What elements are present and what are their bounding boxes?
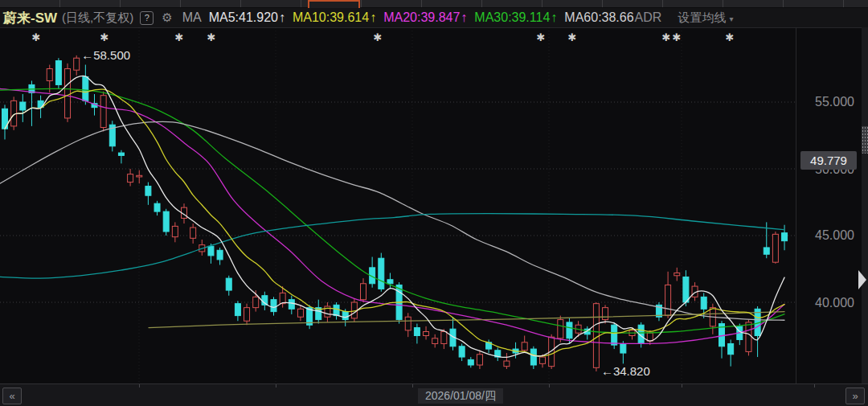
date-axis-tick	[412, 384, 413, 388]
event-marker-icon: ✱	[374, 31, 383, 43]
stock-chart-app: 蔚来-SW (日线,不复权) ? ⚙ MA MA5:41.920↑ MA10:3…	[0, 0, 868, 406]
up-arrow-icon: ↑	[551, 10, 557, 24]
ma20-readout: MA20:39.847↑	[383, 10, 467, 25]
event-marker-icon: ✱	[32, 31, 41, 43]
price-annotation: ←34.820	[601, 364, 650, 378]
help-icon[interactable]: ?	[140, 11, 154, 25]
tab-strip[interactable]	[0, 0, 868, 8]
event-marker-icon: ✱	[175, 31, 184, 43]
ma30-readout: MA30:39.114↑	[474, 10, 557, 25]
chart-header: 蔚来-SW (日线,不复权) ? ⚙ MA MA5:41.920↑ MA10:3…	[0, 8, 868, 28]
expand-right-icon[interactable]	[858, 270, 866, 289]
date-axis-tick	[139, 384, 140, 388]
symbol-title: 蔚来-SW	[3, 9, 57, 27]
axis-tick-45: 45.000	[815, 228, 854, 243]
date-axis-tick	[682, 384, 682, 388]
event-marker-icon: ✱	[568, 31, 577, 43]
price-annotation: ←58.500	[81, 48, 130, 62]
active-tab-indicator[interactable]	[308, 0, 360, 8]
ma-settings-button[interactable]: 设置均线▾	[678, 10, 733, 26]
bottom-toolbar: « 2026/01/08/四 »	[0, 383, 868, 406]
axis-tick-55: 55.000	[815, 95, 854, 109]
price-axis: 55.000 50.000 45.000 40.000 49.779	[796, 27, 862, 383]
current-price-badge: 49.779	[800, 151, 857, 170]
right-scroll-track[interactable]	[862, 27, 868, 383]
adr-label[interactable]: ADR	[635, 10, 662, 25]
event-marker-icon: ✱	[662, 31, 671, 43]
chevron-down-icon: ▾	[729, 14, 733, 23]
up-arrow-icon: ↑	[461, 10, 467, 24]
scrollbar-handle-icon[interactable]	[862, 126, 868, 154]
up-arrow-icon: ↑	[279, 10, 285, 24]
date-axis-tick	[549, 384, 550, 388]
date-axis-tick	[814, 384, 815, 388]
candlestick-svg[interactable]: ✱✱✱✱✱✱✱✱✱✱←58.500←34.820	[0, 27, 796, 383]
period-label: (日线,不复权)	[62, 10, 133, 26]
event-marker-icon: ✱	[100, 31, 109, 43]
event-marker-icon: ✱	[537, 31, 546, 43]
scroll-left-button[interactable]: «	[2, 388, 22, 404]
chart-plot-area[interactable]: ✱✱✱✱✱✱✱✱✱✱←58.500←34.820	[0, 27, 796, 383]
date-label: 2026/01/08/四	[418, 388, 503, 404]
ma60-readout: MA60:38.66	[564, 10, 633, 25]
axis-tick-40: 40.000	[815, 296, 854, 310]
up-arrow-icon: ↑	[370, 10, 376, 24]
gear-icon[interactable]: ⚙	[162, 10, 172, 25]
event-marker-icon: ✱	[726, 31, 735, 43]
ma-group-label: MA	[182, 10, 202, 25]
event-marker-icon: ✱	[673, 31, 682, 43]
scroll-right-button[interactable]: »	[845, 388, 865, 404]
ma10-readout: MA10:39.614↑	[293, 10, 376, 25]
date-axis-tick	[276, 384, 276, 388]
event-marker-icon: ✱	[207, 31, 216, 43]
ma5-readout: MA5:41.920↑	[209, 10, 285, 25]
